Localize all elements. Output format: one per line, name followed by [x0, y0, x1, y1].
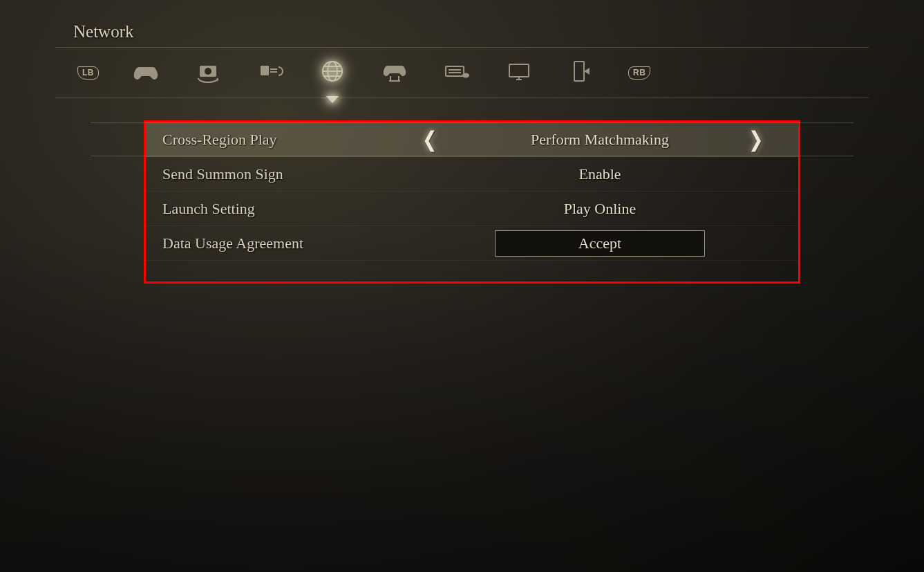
setting-label: Data Usage Agreement — [146, 234, 402, 252]
setting-value: Perform Matchmaking — [531, 131, 669, 149]
page-title: Network — [73, 22, 133, 41]
exit-door-icon — [567, 57, 595, 88]
tab-quit[interactable] — [566, 57, 596, 88]
setting-value: Enable — [578, 165, 621, 183]
sound-icon — [256, 57, 284, 88]
tab-gameplay[interactable] — [131, 57, 161, 88]
tab-sound[interactable] — [255, 57, 285, 88]
svg-rect-11 — [446, 66, 464, 76]
settings-panel: Cross-Region Play ❮ Perform Matchmaking … — [144, 120, 800, 284]
tab-network[interactable] — [317, 57, 348, 88]
tab-bar: LB — [55, 47, 869, 98]
svg-rect-15 — [509, 64, 529, 77]
setting-send-summon-sign[interactable]: Send Summon Sign Enable — [146, 157, 798, 192]
setting-label: Cross-Region Play — [146, 131, 402, 149]
globe-icon — [319, 57, 346, 88]
setting-cross-region-play[interactable]: Cross-Region Play ❮ Perform Matchmaking … — [146, 122, 798, 157]
setting-label: Send Summon Sign — [146, 165, 402, 183]
svg-point-1 — [205, 68, 211, 75]
controller-icon — [132, 57, 160, 88]
keyboard-icon — [443, 57, 471, 88]
button-label: Accept — [578, 234, 621, 252]
controller-settings-icon — [381, 57, 408, 88]
setting-label: Launch Setting — [146, 200, 402, 218]
setting-value: Play Online — [564, 200, 637, 218]
setting-launch-setting[interactable]: Launch Setting Play Online — [146, 192, 798, 226]
svg-rect-2 — [261, 66, 269, 75]
svg-rect-3 — [270, 68, 277, 70]
monitor-icon — [505, 57, 533, 88]
svg-point-14 — [462, 73, 469, 78]
camera-icon — [194, 57, 222, 88]
svg-rect-4 — [270, 71, 277, 73]
tab-controller[interactable] — [379, 57, 410, 88]
tab-keyboard[interactable] — [442, 57, 472, 88]
bumper-right[interactable]: RB — [628, 66, 650, 80]
tab-camera[interactable] — [193, 57, 223, 88]
accept-button[interactable]: Accept — [495, 230, 705, 257]
svg-rect-18 — [574, 62, 584, 81]
tab-display[interactable] — [504, 57, 534, 88]
chevron-left-icon[interactable]: ❮ — [422, 126, 437, 151]
chevron-right-icon[interactable]: ❯ — [748, 126, 764, 151]
setting-data-usage-agreement[interactable]: Data Usage Agreement Accept — [146, 226, 798, 261]
bumper-left[interactable]: LB — [77, 66, 99, 80]
